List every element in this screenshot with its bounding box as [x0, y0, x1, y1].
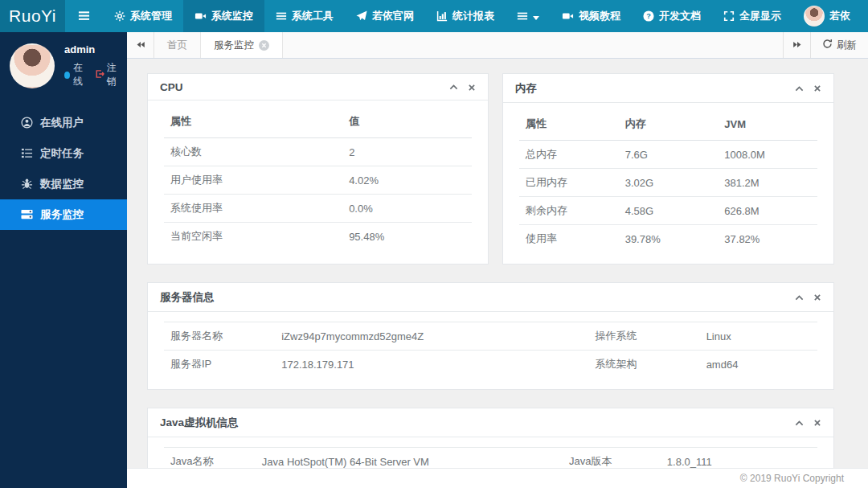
nav-system-monitor[interactable]: 系统监控 [183, 0, 264, 32]
nav-label: 系统监控 [211, 9, 253, 23]
online-status-link[interactable]: 在线 [73, 61, 88, 88]
bars-icon [276, 10, 287, 23]
nav-label: 开发文档 [659, 9, 701, 23]
server-info-table: 服务器名称iZwz94p7mycommzd52gme4Z操作系统Linux 服务… [164, 322, 817, 378]
server-info-panel: 服务器信息 服务器名称iZwz94p7mycommzd52gme4Z操作系统Li… [147, 282, 834, 390]
sidebar-menu: 在线用户 定时任务 数据监控 服务监控 [0, 108, 127, 230]
table-row: 服务器IP172.18.179.171系统架构amd64 [164, 351, 817, 379]
nav-system-admin[interactable]: 系统管理 [103, 0, 183, 32]
panel-title: CPU [160, 81, 183, 93]
nav-system-tools[interactable]: 系统工具 [264, 0, 345, 32]
collapse-icon[interactable] [795, 419, 804, 428]
jvm-info-panel-header: Java虚拟机信息 [148, 408, 833, 437]
memory-table: 属性 内存 JVM 总内存7.6G1008.0M 已用内存3.02G381.2M… [519, 108, 817, 252]
avatar[interactable] [10, 43, 55, 88]
nav-ruoyi-site[interactable]: 若依官网 [345, 0, 425, 32]
sidebar-toggle-button[interactable] [65, 0, 103, 32]
sidebar-item-label: 数据监控 [40, 177, 84, 191]
collapse-icon[interactable] [449, 83, 458, 92]
nav-video-tutorial[interactable]: 视频教程 [551, 0, 632, 32]
top-menu: 系统管理 系统监控 系统工具 若依官网 统计报表 [65, 0, 551, 32]
cpu-panel-header: CPU [148, 74, 488, 100]
footer: © 2019 RuoYi Copyright [127, 468, 868, 488]
close-icon[interactable] [813, 419, 821, 427]
tab-close-icon[interactable] [259, 40, 269, 51]
column-header: 内存 [619, 108, 719, 141]
close-icon[interactable] [813, 84, 821, 92]
memory-panel: 内存 属性 内存 JVM 总内存7.6G1008.0M 已用内存3 [502, 73, 834, 265]
hamburger-icon [78, 10, 90, 23]
top-right-menu: 视频教程 ? 开发文档 全屏显示 若依 [551, 0, 862, 32]
question-circle-icon: ? [643, 10, 654, 23]
column-header: 值 [342, 105, 472, 138]
nav-label: 系统工具 [292, 9, 334, 23]
nav-label: 视频教程 [579, 9, 620, 23]
nav-dev-docs[interactable]: ? 开发文档 [632, 0, 712, 32]
double-right-icon [792, 39, 802, 51]
tabs-scroll-right-button[interactable] [783, 32, 810, 58]
logout-link[interactable]: 注销 [95, 61, 119, 88]
memory-panel-header: 内存 [503, 74, 833, 103]
sidebar-item-scheduled-tasks[interactable]: 定时任务 [0, 138, 127, 169]
sidebar: admin 在线 注销 在线用户 定时任务 数据监控 服务监控 [0, 32, 127, 488]
user-circle-icon [21, 117, 33, 129]
jvm-info-panel: Java虚拟机信息 Java名称Java HotSpot(TM) 64-Bit … [147, 408, 834, 468]
sidebar-item-online-users[interactable]: 在线用户 [0, 108, 127, 138]
nav-report[interactable]: 统计报表 [425, 0, 506, 32]
tasks-icon [21, 147, 33, 160]
table-row: 总内存7.6G1008.0M [519, 141, 817, 169]
close-icon[interactable] [468, 84, 476, 92]
svg-text:?: ? [646, 12, 651, 20]
bug-icon [21, 178, 33, 191]
sidebar-item-data-monitor[interactable]: 数据监控 [0, 169, 127, 199]
table-row: 用户使用率4.02% [164, 166, 472, 195]
tabbar: 首页 服务监控 刷新 [127, 32, 868, 59]
nav-label: 若依官网 [372, 9, 414, 23]
column-header: 属性 [164, 105, 342, 138]
tab-home[interactable]: 首页 [154, 32, 201, 58]
sidebar-item-server-monitor[interactable]: 服务监控 [0, 199, 127, 230]
nav-label: 系统管理 [130, 9, 172, 23]
main-content: CPU 属性 值 核心数2 用户使用率4.02% 系统使用率0.0 [127, 59, 868, 468]
user-name-label: 若依 [829, 9, 850, 23]
table-row: 服务器名称iZwz94p7mycommzd52gme4Z操作系统Linux [164, 322, 817, 351]
panel-title: 服务器信息 [160, 290, 215, 305]
nav-fullscreen[interactable]: 全屏显示 [712, 0, 792, 32]
video-icon [194, 10, 207, 23]
tab-label: 服务监控 [214, 39, 254, 52]
table-row: 已用内存3.02G381.2M [519, 169, 817, 197]
user-menu-button[interactable]: 若依 [792, 0, 862, 32]
server-icon [21, 208, 33, 221]
column-header: 属性 [519, 108, 619, 141]
collapse-icon[interactable] [795, 84, 804, 93]
table-row: 剩余内存4.58G626.8M [519, 197, 817, 225]
double-left-icon [136, 39, 145, 51]
jvm-info-table: Java名称Java HotSpot(TM) 64-Bit Server VMJ… [164, 447, 817, 468]
cpu-panel: CPU 属性 值 核心数2 用户使用率4.02% 系统使用率0.0 [147, 73, 489, 265]
sign-out-icon [95, 69, 104, 81]
gear-icon [114, 10, 125, 23]
tab-server-monitor[interactable]: 服务监控 [201, 32, 283, 58]
copyright-text: © 2019 RuoYi Copyright [740, 473, 844, 484]
layout-dropdown-button[interactable] [506, 0, 551, 32]
collapse-icon[interactable] [795, 293, 804, 302]
sidebar-item-label: 服务监控 [40, 207, 84, 222]
table-row: 系统使用率0.0% [164, 195, 472, 223]
table-row: 当前空闲率95.48% [164, 223, 472, 251]
table-row: Java名称Java HotSpot(TM) 64-Bit Server VMJ… [164, 448, 817, 469]
tab-label: 首页 [167, 39, 187, 52]
panel-title: Java虚拟机信息 [160, 416, 239, 430]
user-name: admin [64, 43, 119, 55]
close-icon[interactable] [813, 293, 821, 301]
online-dot-icon [64, 72, 70, 79]
tabs-scroll-left-button[interactable] [127, 32, 154, 58]
bar-chart-icon [436, 10, 448, 23]
sidebar-item-label: 定时任务 [40, 146, 84, 161]
nav-label: 全屏显示 [739, 9, 781, 23]
column-header: JVM [718, 108, 817, 141]
refresh-tab-button[interactable]: 刷新 [810, 32, 868, 58]
tabbar-spacer [283, 32, 783, 58]
brand-logo[interactable]: RuoYi [0, 0, 65, 32]
server-info-panel-header: 服务器信息 [148, 283, 833, 312]
user-avatar [804, 6, 825, 27]
